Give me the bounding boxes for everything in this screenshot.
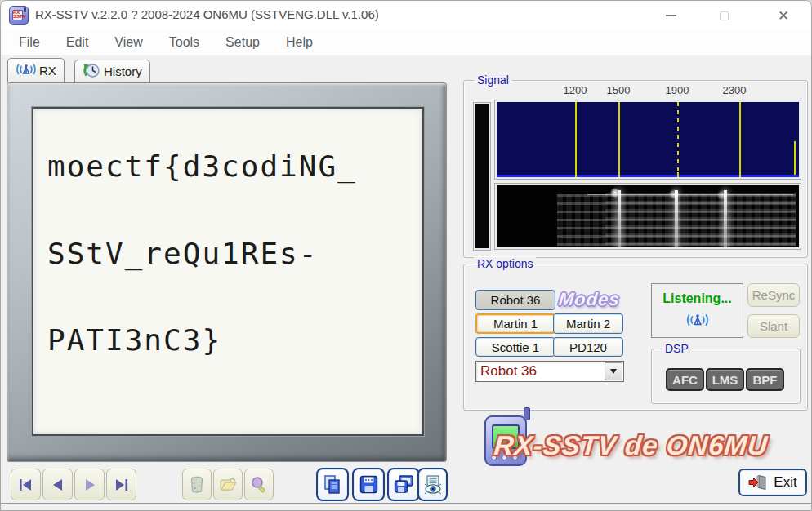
rx-options-panel: RX options Robot 36 Modes Martin 1 Marti… bbox=[463, 264, 808, 411]
marker-2300 bbox=[739, 102, 741, 175]
listening-status: Listening... bbox=[652, 291, 743, 306]
tab-rx-label: RX bbox=[39, 64, 56, 78]
close-icon: ✕ bbox=[778, 9, 789, 23]
dsp-label: DSP bbox=[662, 342, 692, 355]
tab-history[interactable]: History bbox=[74, 60, 150, 82]
app-icon: RXSSTV bbox=[9, 6, 29, 25]
freq-tick-1200: 1200 bbox=[564, 84, 587, 96]
first-image-button[interactable] bbox=[11, 469, 41, 500]
mode-martin2-button[interactable]: Martin 2 bbox=[553, 313, 623, 334]
antenna-icon bbox=[652, 312, 743, 328]
image-viewer-frame: moectf{d3codiNG_ SStV_reQu1REs- PATI3nC3… bbox=[7, 82, 447, 462]
minimize-button[interactable] bbox=[653, 3, 689, 28]
window-title: RX-SSTV v.2.2.0 ? 2008-2024 ON6MU (SSTVE… bbox=[35, 7, 379, 21]
menu-file[interactable]: File bbox=[11, 33, 48, 51]
save-all-button[interactable] bbox=[387, 468, 420, 501]
signal-label: Signal bbox=[474, 73, 512, 87]
first-icon bbox=[17, 478, 35, 492]
exit-door-icon bbox=[748, 474, 768, 491]
exit-button[interactable]: Exit bbox=[738, 469, 807, 496]
tab-rx[interactable]: RX bbox=[7, 58, 65, 82]
freq-tick-1900: 1900 bbox=[666, 84, 689, 96]
marker-1500 bbox=[618, 102, 620, 175]
mode-martin1-button[interactable]: Martin 1 bbox=[475, 313, 555, 334]
resync-button[interactable]: ReSync bbox=[747, 283, 800, 307]
marker-edge bbox=[794, 141, 796, 175]
waterfall-display bbox=[495, 184, 801, 249]
next-image-button[interactable] bbox=[74, 469, 105, 500]
dropdown-button[interactable] bbox=[605, 362, 622, 380]
signal-panel: Signal 1200 1500 1900 2300 bbox=[463, 80, 808, 258]
previous-icon bbox=[49, 478, 67, 492]
marker-1900-center bbox=[677, 102, 679, 175]
mode-robot36-button[interactable]: Robot 36 bbox=[475, 290, 555, 310]
rx-options-label: RX options bbox=[474, 257, 536, 270]
open-folder-icon bbox=[218, 477, 238, 493]
last-icon bbox=[113, 478, 131, 492]
mode-select[interactable]: Robot 36 bbox=[475, 361, 624, 382]
rx-sstv-logo-text: RX-SSTV de ON6MU bbox=[493, 430, 769, 461]
close-button[interactable]: ✕ bbox=[765, 3, 801, 28]
minimize-icon bbox=[666, 15, 676, 16]
copy-icon bbox=[323, 474, 342, 495]
next-icon bbox=[81, 478, 99, 492]
slant-button[interactable]: Slant bbox=[747, 314, 800, 338]
status-box: Listening... bbox=[651, 283, 743, 338]
chevron-down-icon bbox=[610, 369, 617, 374]
menu-view[interactable]: View bbox=[106, 33, 150, 51]
menu-bar: File Edit View Tools Setup Help bbox=[1, 30, 811, 55]
save-image-button[interactable] bbox=[352, 468, 385, 501]
delete-image-button[interactable] bbox=[182, 469, 212, 500]
sstv-image-text-line: PATI3nC3} bbox=[47, 323, 221, 357]
freq-tick-2300: 2300 bbox=[723, 84, 747, 96]
menu-help[interactable]: Help bbox=[278, 33, 321, 51]
dsp-afc-button[interactable]: AFC bbox=[666, 368, 704, 391]
signal-level-meter bbox=[474, 103, 490, 250]
menu-setup[interactable]: Setup bbox=[217, 33, 268, 51]
received-sstv-image: moectf{d3codiNG_ SStV_reQu1REs- PATI3nC3… bbox=[32, 107, 424, 436]
dsp-panel: DSP AFC LMS BPF bbox=[651, 349, 801, 404]
menu-tools[interactable]: Tools bbox=[161, 33, 207, 51]
open-image-button[interactable] bbox=[213, 469, 243, 500]
menu-edit[interactable]: Edit bbox=[58, 33, 97, 51]
rx-sstv-window: RXSSTV RX-SSTV v.2.2.0 ? 2008-2024 ON6MU… bbox=[0, 0, 812, 511]
mode-pd120-button[interactable]: PD120 bbox=[553, 337, 623, 357]
history-clock-icon bbox=[83, 61, 101, 82]
dsp-lms-button[interactable]: LMS bbox=[706, 368, 744, 391]
previous-image-button[interactable] bbox=[42, 469, 73, 500]
mode-scottie1-button[interactable]: Scottie 1 bbox=[475, 337, 555, 357]
sstv-image-text-line: SStV_reQu1REs- bbox=[47, 237, 318, 270]
preview-image-button[interactable] bbox=[417, 468, 448, 501]
exit-label: Exit bbox=[774, 474, 796, 491]
trash-icon bbox=[190, 476, 204, 494]
tab-history-label: History bbox=[104, 64, 142, 78]
magnifier-icon bbox=[250, 476, 268, 494]
save-icon bbox=[359, 474, 379, 495]
antenna-icon bbox=[16, 62, 37, 79]
spectrum-baseline bbox=[497, 175, 799, 177]
marker-1200 bbox=[575, 102, 577, 175]
copy-image-button[interactable] bbox=[316, 468, 349, 501]
preview-eye-icon bbox=[423, 474, 443, 495]
maximize-icon bbox=[720, 11, 729, 20]
freq-tick-1500: 1500 bbox=[607, 84, 631, 96]
sstv-image-text-line: moectf{d3codiNG_ bbox=[47, 149, 357, 183]
dsp-bpf-button[interactable]: BPF bbox=[746, 368, 784, 391]
spectrum-display bbox=[495, 100, 801, 179]
bottom-divider bbox=[1, 503, 811, 504]
zoom-image-button[interactable] bbox=[244, 469, 274, 500]
last-image-button[interactable] bbox=[106, 469, 136, 500]
modes-logo: Modes bbox=[558, 289, 621, 310]
save-all-icon bbox=[393, 474, 414, 495]
mode-select-value: Robot 36 bbox=[476, 363, 605, 380]
title-bar: RXSSTV RX-SSTV v.2.2.0 ? 2008-2024 ON6MU… bbox=[1, 1, 811, 30]
maximize-button[interactable] bbox=[706, 3, 742, 28]
